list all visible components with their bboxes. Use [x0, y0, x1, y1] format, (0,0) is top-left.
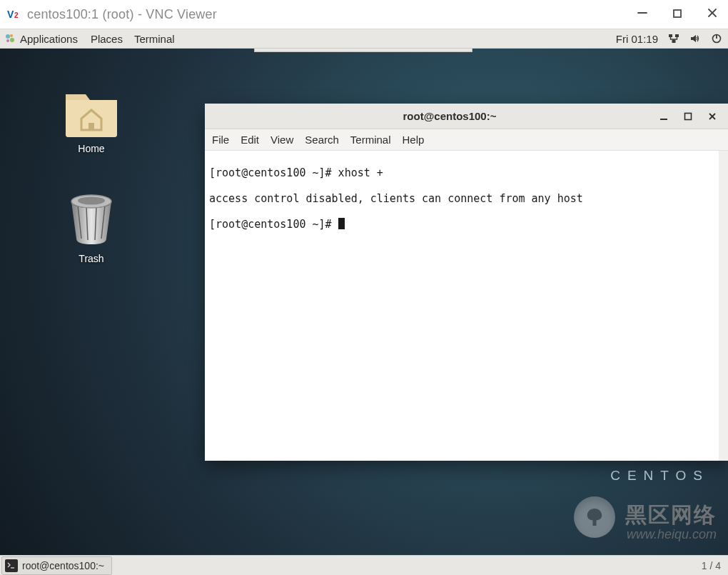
vnc-window-title: centos100:1 (root) - VNC Viewer [27, 7, 637, 22]
svg-point-18 [78, 197, 105, 205]
desktop-icon-trash[interactable]: Trash [56, 189, 127, 264]
watermark-cn: 黑区网络 [625, 501, 717, 530]
svg-text:2: 2 [14, 11, 19, 19]
watermark: 黑区网络 www.heiqu.com [625, 501, 717, 542]
terminal-menu-terminal[interactable]: Terminal [350, 134, 391, 146]
terminal-icon [5, 559, 18, 572]
terminal-close-button[interactable] [700, 104, 724, 129]
terminal-prompt: [root@centos100 ~]# [209, 218, 338, 231]
clock[interactable]: Fri 01:19 [616, 33, 658, 45]
trash-icon [64, 189, 119, 250]
vnc-close-button[interactable] [707, 7, 718, 22]
svg-point-9 [6, 39, 9, 42]
svg-rect-11 [675, 34, 679, 37]
top-url-box-remnant [254, 49, 472, 52]
terminal-menubar: File Edit View Search Terminal Help [205, 129, 728, 151]
watermark-url: www.heiqu.com [625, 527, 717, 542]
foot-icon [4, 33, 16, 44]
terminal-body[interactable]: [root@centos100 ~]# xhost + access contr… [205, 151, 728, 461]
svg-point-7 [10, 34, 13, 37]
vnc-minimize-button[interactable] [637, 7, 648, 22]
terminal-line: [root@centos100 ~]# xhost + [209, 166, 383, 179]
svg-rect-3 [674, 10, 681, 17]
vnc-titlebar: V 2 centos100:1 (root) - VNC Viewer [0, 0, 728, 29]
terminal-menu-search[interactable]: Search [305, 134, 339, 146]
applications-menu[interactable]: Applications [3, 33, 79, 45]
terminal-menu[interactable]: Terminal [134, 33, 175, 45]
terminal-minimize-button[interactable] [652, 104, 676, 129]
svg-text:V: V [7, 9, 14, 20]
bottom-taskbar: root@centos100:~ 1 / 4 [0, 555, 728, 575]
svg-point-6 [6, 34, 10, 39]
terminal-menu-help[interactable]: Help [403, 134, 425, 146]
terminal-menu-edit[interactable]: Edit [241, 134, 259, 146]
terminal-menu-file[interactable]: File [212, 134, 229, 146]
taskbar-item-terminal[interactable]: root@centos100:~ [1, 556, 112, 575]
gnome-top-bar: Applications Places Terminal Fri 01:19 [0, 29, 728, 49]
network-icon[interactable] [668, 33, 679, 44]
vnc-logo-icon: V 2 [7, 7, 21, 21]
terminal-titlebar[interactable]: root@centos100:~ [205, 104, 728, 129]
terminal-scrollbar[interactable] [719, 151, 728, 461]
desktop-icon-trash-label: Trash [56, 253, 127, 264]
svg-rect-20 [685, 113, 692, 119]
terminal-line: access control disabled, clients can con… [209, 192, 583, 205]
terminal-title: root@centos100:~ [248, 110, 652, 122]
svg-point-8 [10, 38, 14, 42]
terminal-window: root@centos100:~ File Edit View [205, 104, 728, 461]
terminal-maximize-button[interactable] [676, 104, 700, 129]
volume-icon[interactable] [689, 33, 701, 44]
desktop[interactable]: Home Trash 7 CENTOS [0, 49, 728, 555]
applications-label: Applications [20, 33, 78, 45]
taskbar-item-label: root@centos100:~ [22, 560, 104, 571]
power-icon[interactable] [711, 33, 722, 44]
svg-rect-10 [669, 34, 672, 37]
watermark-badge-icon [574, 496, 615, 538]
vnc-maximize-button[interactable] [672, 7, 682, 22]
places-menu[interactable]: Places [91, 33, 123, 45]
desktop-icon-home-label: Home [56, 143, 127, 154]
desktop-icon-home[interactable]: Home [56, 80, 127, 154]
terminal-cursor [338, 218, 345, 229]
folder-home-icon [60, 80, 123, 140]
svg-rect-12 [672, 40, 676, 43]
terminal-menu-view[interactable]: View [271, 134, 293, 146]
workspace-indicator[interactable]: 1 / 4 [694, 560, 728, 571]
svg-rect-15 [89, 123, 94, 130]
